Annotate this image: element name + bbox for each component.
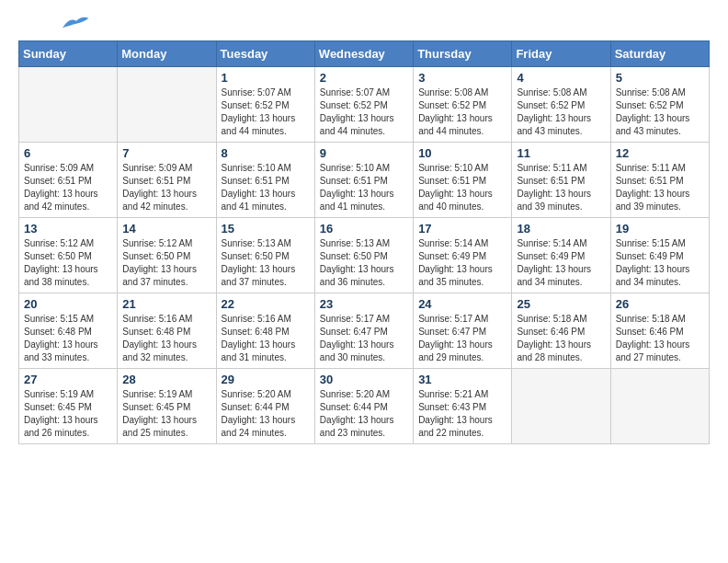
sunset-label: Sunset: 6:50 PM (320, 251, 388, 261)
daylight-label: Daylight: 13 hours and 38 minutes. (24, 264, 98, 287)
calendar-cell: 24 Sunrise: 5:17 AM Sunset: 6:47 PM Dayl… (414, 293, 512, 369)
day-info: Sunrise: 5:08 AM Sunset: 6:52 PM Dayligh… (418, 86, 506, 138)
calendar-cell: 25 Sunrise: 5:18 AM Sunset: 6:46 PM Dayl… (512, 293, 610, 369)
sunrise-label: Sunrise: 5:17 AM (418, 314, 488, 324)
sunrise-label: Sunrise: 5:08 AM (418, 87, 488, 98)
sunset-label: Sunset: 6:51 PM (24, 176, 92, 186)
daylight-label: Daylight: 13 hours and 37 minutes. (122, 264, 197, 287)
day-number: 18 (517, 222, 605, 236)
day-info: Sunrise: 5:11 AM Sunset: 6:51 PM Dayligh… (616, 162, 704, 213)
day-number: 5 (616, 71, 704, 85)
sunrise-label: Sunrise: 5:10 AM (418, 163, 488, 173)
calendar-cell (19, 67, 118, 143)
calendar-cell: 30 Sunrise: 5:20 AM Sunset: 6:44 PM Dayl… (314, 369, 413, 444)
day-number: 17 (418, 222, 506, 236)
sunset-label: Sunset: 6:49 PM (418, 251, 486, 261)
sunrise-label: Sunrise: 5:12 AM (122, 238, 192, 248)
daylight-label: Daylight: 13 hours and 33 minutes. (24, 339, 98, 362)
calendar-cell: 23 Sunrise: 5:17 AM Sunset: 6:47 PM Dayl… (314, 293, 413, 369)
daylight-label: Daylight: 13 hours and 41 minutes. (320, 189, 394, 212)
day-number: 13 (24, 222, 112, 236)
calendar-cell: 19 Sunrise: 5:15 AM Sunset: 6:49 PM Dayl… (610, 218, 709, 293)
calendar-cell: 20 Sunrise: 5:15 AM Sunset: 6:48 PM Dayl… (19, 293, 118, 369)
day-number: 21 (122, 297, 210, 311)
sunrise-label: Sunrise: 5:10 AM (320, 163, 390, 173)
sunset-label: Sunset: 6:51 PM (122, 176, 190, 186)
daylight-label: Daylight: 13 hours and 35 minutes. (418, 264, 493, 287)
day-header-thursday: Thursday (414, 41, 512, 67)
day-header-monday: Monday (118, 41, 216, 67)
sunset-label: Sunset: 6:50 PM (24, 251, 92, 261)
sunrise-label: Sunrise: 5:10 AM (222, 163, 291, 173)
logo (18, 18, 90, 31)
day-number: 19 (616, 222, 704, 236)
calendar-cell: 3 Sunrise: 5:08 AM Sunset: 6:52 PM Dayli… (414, 67, 512, 143)
sunset-label: Sunset: 6:52 PM (222, 100, 290, 110)
day-header-saturday: Saturday (610, 41, 709, 67)
calendar-cell: 9 Sunrise: 5:10 AM Sunset: 6:51 PM Dayli… (314, 143, 413, 218)
day-info: Sunrise: 5:19 AM Sunset: 6:45 PM Dayligh… (122, 388, 210, 440)
sunset-label: Sunset: 6:45 PM (122, 402, 190, 412)
calendar-cell: 17 Sunrise: 5:14 AM Sunset: 6:49 PM Dayl… (414, 218, 512, 293)
week-row-3: 13 Sunrise: 5:12 AM Sunset: 6:50 PM Dayl… (19, 218, 710, 293)
day-info: Sunrise: 5:07 AM Sunset: 6:52 PM Dayligh… (320, 86, 408, 138)
day-info: Sunrise: 5:08 AM Sunset: 6:52 PM Dayligh… (616, 86, 704, 138)
day-info: Sunrise: 5:12 AM Sunset: 6:50 PM Dayligh… (122, 237, 210, 289)
sunset-label: Sunset: 6:43 PM (418, 402, 486, 412)
sunrise-label: Sunrise: 5:09 AM (122, 163, 192, 173)
day-number: 4 (517, 71, 605, 85)
sunset-label: Sunset: 6:45 PM (24, 402, 92, 412)
daylight-label: Daylight: 13 hours and 44 minutes. (320, 113, 394, 136)
daylight-label: Daylight: 13 hours and 34 minutes. (517, 264, 591, 287)
sunrise-label: Sunrise: 5:20 AM (320, 389, 390, 399)
sunrise-label: Sunrise: 5:18 AM (517, 314, 586, 324)
calendar-cell: 10 Sunrise: 5:10 AM Sunset: 6:51 PM Dayl… (414, 143, 512, 218)
calendar-cell: 13 Sunrise: 5:12 AM Sunset: 6:50 PM Dayl… (19, 218, 118, 293)
day-info: Sunrise: 5:18 AM Sunset: 6:46 PM Dayligh… (616, 313, 704, 364)
calendar-cell: 2 Sunrise: 5:07 AM Sunset: 6:52 PM Dayli… (314, 67, 413, 143)
calendar-cell: 28 Sunrise: 5:19 AM Sunset: 6:45 PM Dayl… (118, 369, 216, 444)
daylight-label: Daylight: 13 hours and 40 minutes. (418, 189, 493, 212)
calendar-cell: 15 Sunrise: 5:13 AM Sunset: 6:50 PM Dayl… (216, 218, 314, 293)
day-info: Sunrise: 5:10 AM Sunset: 6:51 PM Dayligh… (418, 162, 506, 213)
sunset-label: Sunset: 6:52 PM (418, 100, 486, 110)
calendar-cell: 18 Sunrise: 5:14 AM Sunset: 6:49 PM Dayl… (512, 218, 610, 293)
daylight-label: Daylight: 13 hours and 28 minutes. (517, 339, 591, 362)
calendar-cell: 21 Sunrise: 5:16 AM Sunset: 6:48 PM Dayl… (118, 293, 216, 369)
day-number: 9 (320, 146, 408, 160)
day-number: 26 (616, 297, 704, 311)
daylight-label: Daylight: 13 hours and 31 minutes. (222, 339, 296, 362)
week-row-4: 20 Sunrise: 5:15 AM Sunset: 6:48 PM Dayl… (19, 293, 710, 369)
sunrise-label: Sunrise: 5:19 AM (24, 389, 94, 399)
calendar-cell (118, 67, 216, 143)
calendar-cell: 29 Sunrise: 5:20 AM Sunset: 6:44 PM Dayl… (216, 369, 314, 444)
daylight-label: Daylight: 13 hours and 26 minutes. (24, 415, 98, 438)
sunset-label: Sunset: 6:51 PM (320, 176, 388, 186)
daylight-label: Daylight: 13 hours and 30 minutes. (320, 339, 394, 362)
day-info: Sunrise: 5:13 AM Sunset: 6:50 PM Dayligh… (222, 237, 310, 289)
day-number: 6 (24, 146, 112, 160)
sunrise-label: Sunrise: 5:16 AM (122, 314, 192, 324)
calendar-header-row: SundayMondayTuesdayWednesdayThursdayFrid… (19, 41, 710, 67)
day-number: 28 (122, 373, 210, 386)
sunrise-label: Sunrise: 5:07 AM (320, 87, 390, 98)
day-info: Sunrise: 5:09 AM Sunset: 6:51 PM Dayligh… (122, 162, 210, 213)
day-number: 16 (320, 222, 408, 236)
sunrise-label: Sunrise: 5:16 AM (222, 314, 291, 324)
calendar-cell: 22 Sunrise: 5:16 AM Sunset: 6:48 PM Dayl… (216, 293, 314, 369)
sunrise-label: Sunrise: 5:15 AM (616, 238, 686, 248)
daylight-label: Daylight: 13 hours and 32 minutes. (122, 339, 197, 362)
calendar-cell: 27 Sunrise: 5:19 AM Sunset: 6:45 PM Dayl… (19, 369, 118, 444)
day-info: Sunrise: 5:16 AM Sunset: 6:48 PM Dayligh… (222, 313, 310, 364)
sunrise-label: Sunrise: 5:08 AM (616, 87, 686, 98)
daylight-label: Daylight: 13 hours and 43 minutes. (517, 113, 591, 136)
day-number: 20 (24, 297, 112, 311)
day-info: Sunrise: 5:09 AM Sunset: 6:51 PM Dayligh… (24, 162, 112, 213)
day-number: 14 (122, 222, 210, 236)
calendar-cell (512, 369, 610, 444)
day-number: 24 (418, 297, 506, 311)
daylight-label: Daylight: 13 hours and 44 minutes. (222, 113, 296, 136)
day-number: 3 (418, 71, 506, 85)
calendar-cell: 1 Sunrise: 5:07 AM Sunset: 6:52 PM Dayli… (216, 67, 314, 143)
day-info: Sunrise: 5:12 AM Sunset: 6:50 PM Dayligh… (24, 237, 112, 289)
